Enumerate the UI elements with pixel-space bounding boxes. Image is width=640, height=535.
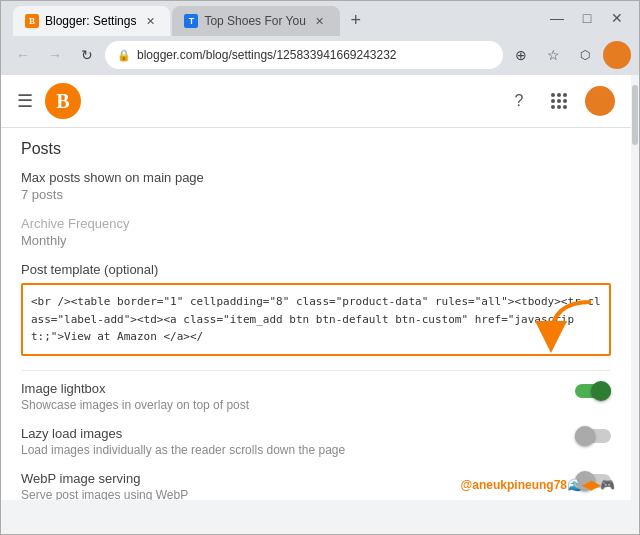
url-bar[interactable]: 🔒 blogger.com/blog/settings/125833941669… [105,41,503,69]
setting-lazy-load: Lazy load images Load images individuall… [21,426,611,457]
user-avatar[interactable] [585,86,615,116]
hamburger-icon[interactable]: ☰ [17,90,33,112]
setting-text-lazy: Lazy load images Load images individuall… [21,426,575,457]
toolbar-icons: ⊕ ☆ ⬡ [507,41,631,69]
scrollbar[interactable] [631,75,639,500]
setting-label-lazy: Lazy load images [21,426,575,441]
page-title: Posts [21,140,611,158]
watermark: @aneukpineung78🌊◀▶🎮 [461,478,615,492]
blogger-logo-letter: B [56,90,69,113]
toggle-lazy[interactable] [575,426,611,446]
setting-label-lightbox: Image lightbox [21,381,575,396]
blogger-header: ☰ B ? [1,75,631,128]
lock-icon: 🔒 [117,49,131,62]
setting-image-lightbox: Image lightbox Showcase images in overla… [21,381,611,412]
maximize-button[interactable]: □ [573,4,601,32]
settings-body: Posts Max posts shown on main page 7 pos… [1,128,631,500]
dot [563,93,567,97]
profile-avatar[interactable] [603,41,631,69]
setting-desc-lightbox: Showcase images in overlay on top of pos… [21,398,575,412]
refresh-button[interactable]: ↻ [73,41,101,69]
setting-label-post-template: Post template (optional) [21,262,611,277]
toggle-lightbox[interactable] [575,381,611,401]
page-content: ☰ B ? [1,75,631,500]
tab-label-blogger: Blogger: Settings [45,14,136,28]
dot [551,93,555,97]
address-bar: ← → ↻ 🔒 blogger.com/blog/settings/125833… [1,35,639,75]
tab-blogger-settings[interactable]: B Blogger: Settings ✕ [13,6,170,36]
setting-max-posts: Max posts shown on main page 7 posts [21,170,611,202]
setting-post-template: Post template (optional) <br /><table bo… [21,262,611,356]
toggle-thumb-lazy [575,426,595,446]
setting-value-max-posts: 7 posts [21,187,611,202]
setting-label-max-posts: Max posts shown on main page [21,170,611,185]
dot [563,99,567,103]
tab-favicon-blogger: B [25,14,39,28]
tab-close-blogger[interactable]: ✕ [142,13,158,29]
dot [563,105,567,109]
dot [551,105,555,109]
dot [557,99,561,103]
setting-label-archive: Archive Frequency [21,216,611,231]
dot [557,93,561,97]
setting-archive-frequency: Archive Frequency Monthly [21,216,611,248]
title-bar: B Blogger: Settings ✕ T Top Shoes For Yo… [1,1,639,35]
setting-desc-lazy: Load images individually as the reader s… [21,443,575,457]
tab-label-shoes: Top Shoes For You [204,14,305,28]
apps-icon[interactable] [545,87,573,115]
setting-value-archive: Monthly [21,233,611,248]
scrollbar-thumb[interactable] [632,85,638,145]
apps-dots-grid [551,93,567,109]
tab-close-shoes[interactable]: ✕ [312,13,328,29]
arrow-annotation [531,292,601,366]
toggle-thumb-lightbox [591,381,611,401]
arrow-svg [531,292,601,362]
minimize-button[interactable]: — [543,4,571,32]
search-icon-btn[interactable]: ⊕ [507,41,535,69]
setting-value-post-template[interactable]: <br /><table border="1" cellpadding="8" … [21,283,611,356]
dot [551,99,555,103]
dot [557,105,561,109]
page-wrapper: ☰ B ? [1,75,639,500]
divider-1 [21,370,611,371]
close-button[interactable]: ✕ [603,4,631,32]
template-content: <br /><table border="1" cellpadding="8" … [31,295,601,343]
new-tab-button[interactable]: + [342,6,370,34]
extension-icon-btn[interactable]: ⬡ [571,41,599,69]
url-text: blogger.com/blog/settings/12583394166924… [137,48,491,62]
watermark-text: @aneukpineung78🌊◀▶🎮 [461,478,615,492]
tab-favicon-shoes: T [184,14,198,28]
bookmark-icon-btn[interactable]: ☆ [539,41,567,69]
help-icon[interactable]: ? [505,87,533,115]
forward-button[interactable]: → [41,41,69,69]
blogger-logo[interactable]: B [45,83,81,119]
tab-top-shoes[interactable]: T Top Shoes For You ✕ [172,6,339,36]
setting-text-lightbox: Image lightbox Showcase images in overla… [21,381,575,412]
back-button[interactable]: ← [9,41,37,69]
